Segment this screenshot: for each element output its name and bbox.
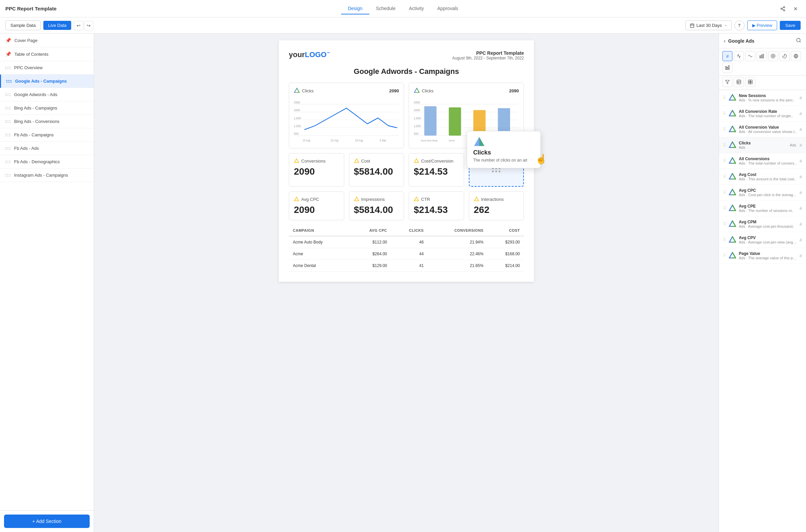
sample-data-button[interactable]: Sample Data — [5, 20, 41, 30]
avg-cpc-widget[interactable]: Avg CPC 2090 — [289, 191, 344, 220]
campaigns-table: Campaign Avg CPC Clicks Conversions Cost… — [289, 225, 524, 272]
conversions-widget[interactable]: Conversions 2090 — [289, 153, 344, 187]
bar-chart-icon-btn[interactable] — [756, 51, 767, 61]
sidebar-item-label: Bing Ads - Campaigns — [14, 106, 57, 111]
clicks-line-chart-widget[interactable]: Clicks 2090 2500 — [289, 83, 404, 149]
right-panel-header: ‹ Google Ads — [719, 34, 806, 49]
metric-avg-cpm[interactable]: ⠿ Avg CPM Ads · Average cost-per-thousan… — [719, 216, 806, 232]
metric-avg-cpe[interactable]: ⠿ Avg CPE Ads · The number of sessions m… — [719, 201, 806, 216]
google-ads-icon — [294, 88, 300, 94]
google-ads-metric-icon — [729, 205, 736, 212]
hash-icon[interactable]: # — [800, 206, 802, 211]
metric-avg-cost[interactable]: ⠿ Avg Cost Ads · This amount is the tota… — [719, 169, 806, 185]
close-icon[interactable] — [790, 4, 801, 14]
hash-icon[interactable]: # — [800, 158, 802, 164]
table-icon-btn[interactable] — [734, 77, 744, 87]
tab-approvals[interactable]: Approvals — [430, 3, 465, 15]
metric-source: Ads — [739, 193, 745, 197]
interactions-widget[interactable]: Interactions 262 — [469, 191, 524, 220]
tab-activity[interactable]: Activity — [402, 3, 430, 15]
metric-avg-cpv[interactable]: ⠿ Avg CPV Ads · Average cost-per-view (a… — [719, 232, 806, 248]
live-data-button[interactable]: Live Data — [43, 21, 71, 30]
metric-desc: Ads · Average cost-per-thousand.. — [739, 224, 797, 228]
svg-text:Acme Auto Body: Acme Auto Body — [421, 139, 438, 142]
table-cell-clicks: 41 — [391, 260, 428, 272]
hash-icon[interactable]: # — [800, 222, 802, 227]
curve-icon-btn[interactable] — [745, 51, 755, 61]
redo-button[interactable]: ↪ — [84, 21, 93, 30]
share-icon[interactable] — [778, 4, 788, 14]
sidebar-item-ppc-overview[interactable]: PPC Overview — [0, 61, 94, 75]
sidebar-item-fb-ads-ads[interactable]: Fb Ads - Ads — [0, 142, 94, 155]
hash-icon[interactable]: # — [800, 174, 802, 179]
search-icon[interactable] — [796, 38, 801, 44]
metric-avg-cpc[interactable]: ⠿ Avg CPC Ads · Cost-per-click is the av… — [719, 185, 806, 201]
hash-icon[interactable]: # — [800, 190, 802, 195]
metric-clicks[interactable]: ⠿ Clicks Ads Ads # — [719, 137, 806, 153]
drag-handle — [5, 107, 11, 110]
undo-redo-group: ↩ ↪ — [74, 21, 93, 30]
metric-all-conversions[interactable]: ⠿ All Conversions Ads · The total number… — [719, 153, 806, 169]
hash-icon-btn[interactable]: # — [722, 51, 732, 61]
drag-handle — [5, 93, 11, 96]
google-ads-icon — [294, 158, 299, 164]
tooltip-title: Clicks — [473, 149, 534, 156]
svg-text:Acme: Acme — [449, 139, 454, 142]
cost-label: Cost — [361, 158, 370, 164]
line-chart-icon-btn[interactable] — [734, 51, 744, 61]
save-button[interactable]: Save — [780, 21, 801, 30]
sidebar-item-bing-ads-conversions[interactable]: Bing Ads - Conversions — [0, 115, 94, 128]
hash-icon[interactable]: # — [800, 143, 802, 148]
donut-icon-btn[interactable] — [768, 51, 778, 61]
google-ads-metric-icon — [729, 157, 736, 165]
hash-icon[interactable]: # — [800, 127, 802, 132]
sidebar-item-instagram-ads-campaigns[interactable]: Instagram Ads - Campaigns — [0, 169, 94, 182]
svg-point-63 — [772, 55, 774, 57]
metric-all-conversion-value[interactable]: ⠿ All Conversion Value Ads · All convers… — [719, 121, 806, 137]
sidebar-item-fb-ads-demographics[interactable]: Fb Ads - Demographics — [0, 155, 94, 169]
cost-widget[interactable]: Cost $5814.00 — [349, 153, 404, 187]
undo-button[interactable]: ↩ — [74, 21, 83, 30]
geo-icon-btn[interactable] — [791, 51, 801, 61]
impressions-widget[interactable]: Impressions $5814.00 — [349, 191, 404, 220]
tab-schedule[interactable]: Schedule — [369, 3, 402, 15]
hash-icon[interactable]: # — [800, 238, 802, 243]
column-icon-btn[interactable] — [722, 62, 732, 73]
metric-desc: Ads · The total number of convers.. — [739, 161, 797, 165]
nav-tabs: Design Schedule Activity Approvals — [341, 3, 465, 15]
clicks-tooltip: Clicks The number of clicks on an ad ☝ — [467, 131, 541, 168]
table-cell-conversions: 22.46% — [428, 248, 487, 260]
hash-icon[interactable]: # — [800, 111, 802, 116]
table-cell-cost: $293.00 — [487, 236, 524, 248]
hash-icon[interactable]: # — [800, 253, 802, 258]
date-range-label: Last 30 Days — [696, 23, 722, 28]
metric-new-sessions[interactable]: ⠿ New Sessions Ads · % new sessions is t… — [719, 90, 806, 106]
sidebar-item-bing-ads-campaigns[interactable]: Bing Ads - Campaigns — [0, 101, 94, 115]
metric-name: Avg CPC — [739, 188, 797, 193]
ctr-label: CTR — [421, 197, 430, 202]
metric-all-conversion-rate[interactable]: ⠿ All Conversion Rate Ads · The total nu… — [719, 106, 806, 121]
sidebar-item-cover-page[interactable]: 📌 Cover Page — [0, 34, 94, 48]
filter-icon-btn[interactable] — [722, 77, 732, 87]
table-cell-cost: $168.00 — [487, 248, 524, 260]
content-area: yourLOGO™ PPC Report Template August 9th… — [94, 34, 719, 532]
sidebar-item-fb-ads-campaigns[interactable]: Fb Ads - Campaigns — [0, 128, 94, 142]
drag-icon: ⠿ — [723, 127, 726, 132]
add-section-button[interactable]: + Add Section — [4, 515, 90, 528]
sidebar-item-google-ads-campaigns[interactable]: Google Ads - Campaigns — [0, 75, 94, 88]
hash-icon[interactable]: # — [800, 95, 802, 100]
metric-page-value[interactable]: ⠿ Page Value Ads · The average value of … — [719, 248, 806, 264]
preview-button[interactable]: ▶ Preview — [747, 20, 778, 30]
date-range-button[interactable]: Last 30 Days — [686, 20, 732, 30]
help-button[interactable]: ? — [734, 20, 745, 31]
sidebar-item-table-of-contents[interactable]: 📌 Table of Contents — [0, 48, 94, 61]
back-button[interactable]: ‹ — [724, 38, 725, 44]
grid-icon-btn[interactable] — [745, 77, 755, 87]
sidebar-item-google-adwords-ads[interactable]: Google Adwords - Ads — [0, 88, 94, 101]
pie-icon-btn[interactable] — [780, 51, 789, 61]
stats-row-2: Avg CPC 2090 Impressions $5814.00 — [289, 191, 524, 220]
metric-name: New Sessions — [739, 93, 797, 98]
ctr-widget[interactable]: CTR $214.53 — [409, 191, 464, 220]
cost-conversion-widget[interactable]: Cost/Conversion $214.53 — [409, 153, 464, 187]
tab-design[interactable]: Design — [341, 3, 369, 15]
